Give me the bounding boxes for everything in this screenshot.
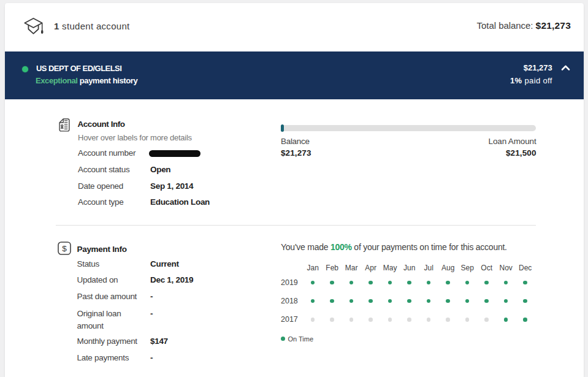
svg-text:$: $ <box>62 243 67 253</box>
